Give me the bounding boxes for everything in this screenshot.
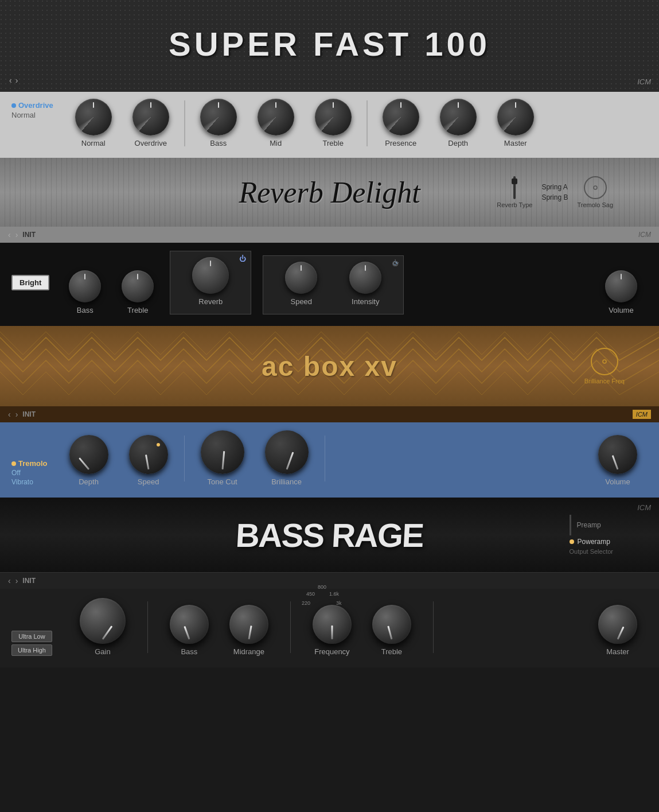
reverb-power-icon[interactable]: ⏻ xyxy=(239,255,246,263)
knob-mid-dial[interactable] xyxy=(258,99,294,135)
bassrage-nav: ‹ › INIT xyxy=(0,572,659,589)
tremolo-power-icon[interactable]: ⏻ xyxy=(392,259,399,267)
reverb-knob-intensity-dial[interactable] xyxy=(349,262,381,294)
bassrage-treble-label: Treble xyxy=(381,647,402,656)
bassrage-knob-frequency[interactable]: 800 1.6k 450 220 3k Frequency xyxy=(313,605,352,656)
knob-depth-dial[interactable] xyxy=(440,99,477,135)
knob-depth[interactable]: Depth xyxy=(440,99,477,147)
output-preamp[interactable]: Preamp xyxy=(570,515,601,535)
output-poweramp[interactable]: Poweramp xyxy=(570,538,610,546)
acbox-knob-volume[interactable]: Volume xyxy=(598,435,637,486)
knob-treble-dial[interactable] xyxy=(315,99,352,135)
speed-intensity-group: Speed Intensity xyxy=(275,262,392,306)
tremolo-selector: Tremolo Off Vibrato xyxy=(11,459,48,486)
reverb-knob-volume[interactable]: Volume xyxy=(605,270,637,314)
knob-overdrive-dial[interactable] xyxy=(132,99,169,135)
tremolo-sag-knob[interactable] xyxy=(584,176,607,199)
overdrive-label[interactable]: Overdrive xyxy=(11,101,53,110)
reverb-knob-speed-dial[interactable] xyxy=(285,262,317,294)
bass-pointer xyxy=(184,626,190,640)
knob-bass-dial[interactable] xyxy=(200,99,237,135)
knob-bass[interactable]: Bass xyxy=(200,99,237,147)
bassrage-knob-bass[interactable]: Bass xyxy=(170,605,209,656)
reverb-controls-row: Bright Bass Treble ⏻ Reverb xyxy=(0,243,659,326)
brilliance-freq-knob[interactable] xyxy=(591,348,618,375)
reverb-knob-speed[interactable]: Speed xyxy=(285,262,317,306)
bassrage-knob-master-dial[interactable] xyxy=(598,605,637,644)
reverb-knob-reverb-dial[interactable] xyxy=(192,257,229,294)
depth-pointer xyxy=(79,457,89,470)
reverb-knob-volume-dial[interactable] xyxy=(605,270,637,302)
knob-divider-1 xyxy=(184,100,185,146)
reverb-knob-treble[interactable]: Treble xyxy=(122,270,154,314)
reverb-knob-bass[interactable]: Bass xyxy=(69,270,101,314)
knob-mid[interactable]: Mid xyxy=(258,99,294,147)
normal-label[interactable]: Normal xyxy=(11,111,53,119)
bassrage-knob-gain-dial[interactable] xyxy=(80,598,126,644)
reverb-nav-prev[interactable]: ‹ xyxy=(8,230,11,239)
tremolo-off[interactable]: Off xyxy=(11,469,48,477)
bassrage-knob-treble[interactable]: Treble xyxy=(372,605,411,656)
bassrage-frequency-label: Frequency xyxy=(314,647,349,656)
knob-presence[interactable]: Presence xyxy=(383,99,419,147)
knob-presence-dial[interactable] xyxy=(383,99,419,135)
bassrage-knob-gain[interactable]: Gain xyxy=(80,598,126,656)
bassrage-knob-treble-dial[interactable] xyxy=(372,605,411,644)
reverb-spring-b[interactable]: Spring B xyxy=(541,193,568,201)
bassrage-title: BASS RAGE xyxy=(235,516,424,554)
acbox-knob-brilliance[interactable]: Brilliance xyxy=(265,430,309,486)
ultra-high-button[interactable]: Ultra High xyxy=(11,644,52,656)
reverb-type-section: Reverb Type Spring A Spring B Tremolo Sa… xyxy=(497,176,613,208)
acbox-knob-depth[interactable]: Depth xyxy=(69,435,108,486)
tremolo-title[interactable]: Tremolo xyxy=(11,459,48,468)
svg-point-0 xyxy=(594,186,597,189)
acbox-nav-prev[interactable]: ‹ xyxy=(8,410,11,419)
bassrage-knob-frequency-dial[interactable] xyxy=(313,605,352,644)
ultra-gain-group: Ultra Low Ultra High Gain xyxy=(11,598,136,656)
reverb-volume-label: Volume xyxy=(609,306,633,314)
bassrage-nav-prev[interactable]: ‹ xyxy=(8,576,11,585)
knob-depth-label: Depth xyxy=(448,139,468,147)
knob-normal[interactable]: Normal xyxy=(75,99,112,147)
main-knobs-section: Overdrive Normal Normal Overdrive Bass xyxy=(0,92,659,158)
bassrage-knob-master[interactable]: Master xyxy=(598,605,637,656)
bassrage-divider-3 xyxy=(433,601,434,653)
knob-master-dial[interactable] xyxy=(497,99,534,135)
reverb-type-toggle[interactable] xyxy=(513,176,516,199)
reverb-knob-intensity[interactable]: Intensity xyxy=(349,262,381,306)
reverb-init-label: INIT xyxy=(22,231,36,239)
reverb-knob-treble-dial[interactable] xyxy=(122,270,154,302)
acbox-knob-tonecut[interactable]: Tone Cut xyxy=(201,430,244,486)
nav-next[interactable]: › xyxy=(15,76,18,85)
knob-treble[interactable]: Treble xyxy=(315,99,352,147)
reverb-knob-reverb[interactable]: Reverb xyxy=(192,257,229,306)
acbox-knob-brilliance-dial[interactable] xyxy=(265,430,309,474)
treble-pointer xyxy=(387,625,392,639)
acbox-knob-volume-dial[interactable] xyxy=(598,435,637,474)
reverb-knob-bass-dial[interactable] xyxy=(69,270,101,302)
acbox-knob-speed-dial[interactable] xyxy=(129,435,168,474)
reverb-spring-a[interactable]: Spring A xyxy=(541,183,568,191)
acbox-nav-next[interactable]: › xyxy=(15,410,18,419)
nav-prev[interactable]: ‹ xyxy=(9,76,12,85)
acbox-knob-tonecut-dial[interactable] xyxy=(201,430,244,474)
ultra-low-button[interactable]: Ultra Low xyxy=(11,631,52,642)
reverb-nav-next[interactable]: › xyxy=(15,230,18,239)
reverb-delight-header: Reverb Delight Reverb Type Spring A Spri… xyxy=(0,158,659,227)
tremolo-vibrato[interactable]: Vibrato xyxy=(11,478,48,486)
reverb-box: ⏻ Reverb xyxy=(170,251,251,314)
knob-normal-dial[interactable] xyxy=(75,99,112,135)
bassrage-knob-midrange-dial[interactable] xyxy=(229,605,268,644)
bassrage-nav-next[interactable]: › xyxy=(15,576,18,585)
acbox-knob-depth-dial[interactable] xyxy=(69,435,108,474)
bassrage-knob-midrange[interactable]: Midrange xyxy=(229,605,268,656)
acbox-knob-speed[interactable]: Speed xyxy=(129,435,168,486)
bassrage-knob-bass-dial[interactable] xyxy=(170,605,209,644)
bright-button[interactable]: Bright xyxy=(11,275,49,290)
brilliance-freq-section: Brilliance Freq xyxy=(584,348,625,384)
freq-220: 220 xyxy=(302,600,310,606)
knob-overdrive[interactable]: Overdrive xyxy=(132,99,169,147)
knob-bass-label: Bass xyxy=(210,139,227,147)
knob-tick xyxy=(218,102,219,108)
knob-master[interactable]: Master xyxy=(497,99,534,147)
